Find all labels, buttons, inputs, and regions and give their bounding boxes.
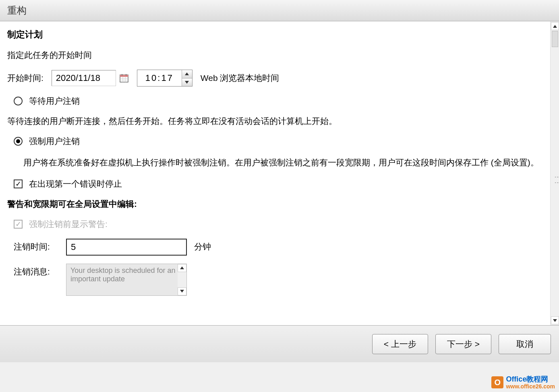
content-area: 制定计划 指定此任务的开始时间 开始时间: (0, 21, 559, 325)
logout-time-input[interactable] (66, 239, 187, 256)
watermark-logo-icon: O (491, 376, 503, 388)
logout-msg-row: 注销消息: Your desktop is scheduled for an i… (14, 264, 543, 298)
ta-scroll-down-icon[interactable] (178, 287, 186, 295)
warning-section-title: 警告和宽限期可在全局设置中编辑: (7, 198, 543, 210)
show-warning-label: 强制注销前显示警告: (29, 219, 108, 230)
force-description: 用户将在系统准备好在虚拟机上执行操作时被强制注销。在用户被强制注销之前有一段宽限… (23, 156, 543, 169)
textarea-scrollbar[interactable] (178, 264, 186, 295)
start-time-label: 开始时间: (7, 72, 43, 84)
ta-scroll-up-icon[interactable] (178, 264, 186, 272)
time-input-wrap (137, 70, 193, 87)
cancel-button[interactable]: 取消 (499, 334, 551, 354)
stop-error-label: 在出现第一个错误时停止 (29, 178, 122, 190)
time-spinner (182, 70, 192, 86)
dialog-title-bar: 重构 (0, 0, 559, 21)
watermark: O Office教程网 www.office26.com (491, 375, 555, 390)
checkbox-disabled-icon: ✓ (14, 220, 23, 229)
time-spin-up[interactable] (182, 70, 192, 78)
checkbox-show-warning: ✓ 强制注销前显示警告: (14, 219, 543, 230)
radio-unselected-icon (14, 97, 23, 105)
svg-rect-1 (120, 75, 128, 77)
logout-time-unit: 分钟 (194, 239, 211, 252)
dialog-title: 重构 (7, 5, 27, 16)
radio-wait-label: 等待用户注销 (29, 95, 80, 107)
main-content: 制定计划 指定此任务的开始时间 开始时间: (0, 21, 550, 325)
logout-msg-wrap: Your desktop is scheduled for an importa… (66, 264, 187, 298)
section-subtitle: 指定此任务的开始时间 (7, 50, 543, 61)
logout-time-label: 注销时间: (14, 239, 66, 252)
logout-msg-textarea: Your desktop is scheduled for an importa… (66, 264, 187, 296)
vertical-scrollbar[interactable] (550, 21, 559, 325)
resize-handle-icon[interactable]: ⋮⋮ (554, 174, 559, 186)
checkbox-checked-icon: ✓ (14, 179, 23, 188)
wait-description: 等待连接的用户断开连接，然后任务开始。任务将立即在没有活动会话的计算机上开始。 (7, 116, 543, 127)
logout-msg-label: 注销消息: (14, 264, 66, 277)
radio-force-label: 强制用户注销 (29, 136, 80, 147)
timezone-label: Web 浏览器本地时间 (201, 72, 280, 84)
section-heading: 制定计划 (7, 29, 543, 41)
start-time-row: 开始时间: (7, 70, 543, 87)
scroll-up-icon[interactable] (551, 22, 559, 30)
watermark-line1: Office教程网 (506, 375, 555, 384)
next-button[interactable]: 下一步 > (435, 334, 491, 354)
radio-force-logout[interactable]: 强制用户注销 (14, 136, 543, 147)
ta-scroll-track[interactable] (178, 272, 186, 287)
logout-time-row: 注销时间: 分钟 (14, 239, 543, 256)
scroll-down-icon[interactable] (551, 316, 559, 324)
time-input[interactable] (137, 70, 182, 86)
radio-wait-logout[interactable]: 等待用户注销 (14, 95, 543, 107)
watermark-line2: www.office26.com (506, 384, 555, 390)
radio-selected-icon (14, 137, 23, 146)
checkbox-stop-on-error[interactable]: ✓ 在出现第一个错误时停止 (14, 178, 543, 190)
prev-button[interactable]: < 上一步 (372, 334, 428, 354)
watermark-text: Office教程网 www.office26.com (506, 375, 555, 390)
scroll-thumb[interactable] (552, 31, 558, 47)
date-input[interactable] (52, 70, 116, 86)
dialog-footer: < 上一步 下一步 > 取消 (0, 325, 559, 362)
time-spin-down[interactable] (182, 78, 192, 87)
calendar-icon[interactable] (119, 73, 129, 83)
